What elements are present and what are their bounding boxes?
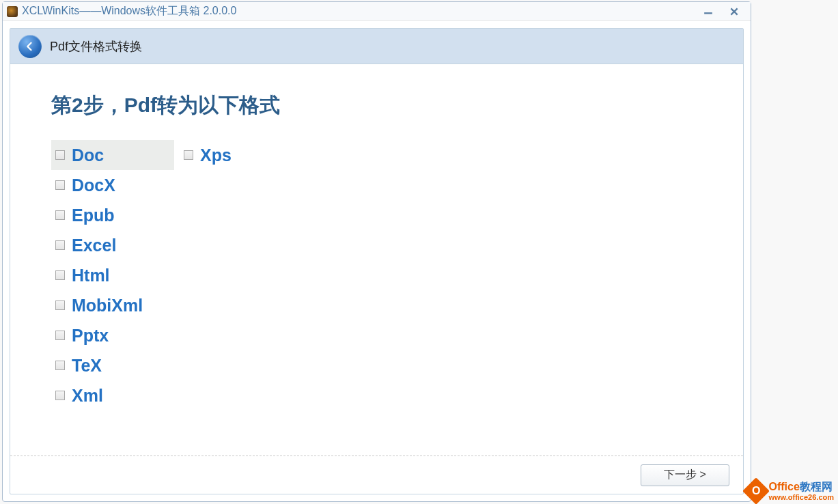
watermark-text: Office教程网 www.office26.com [768,481,834,501]
watermark: O Office教程网 www.office26.com [746,481,838,501]
app-icon [7,6,18,17]
format-label: Doc [72,145,104,165]
format-label: Excel [72,236,116,255]
format-label: MobiXml [72,296,143,316]
checkbox-icon[interactable] [55,331,65,340]
panel-header: Pdf文件格式转换 [10,29,743,64]
checkbox-icon[interactable] [55,391,65,400]
checkbox-icon[interactable] [184,150,193,160]
checkbox-icon[interactable] [55,361,65,370]
format-option-html[interactable]: Html [51,260,174,290]
format-label: Epub [72,206,115,225]
format-grid: Doc DocX Epub Excel [51,140,702,410]
window-title: XCLWinKits——Windows软件工具箱 2.0.0.0 [22,4,701,18]
format-label: Html [72,266,110,285]
checkbox-icon[interactable] [55,240,65,250]
format-label: Pptx [72,326,109,346]
checkbox-icon[interactable] [55,270,65,280]
format-option-excel[interactable]: Excel [51,230,174,260]
checkbox-icon[interactable] [55,300,65,310]
back-arrow-icon [24,40,36,53]
wizard-panel: Pdf文件格式转换 第2步，Pdf转为以下格式 Doc DocX [10,28,744,494]
close-button[interactable] [727,6,741,17]
back-button[interactable] [18,35,42,58]
format-label: Xml [72,386,103,406]
next-button[interactable]: 下一步 > [641,464,729,486]
checkbox-icon[interactable] [55,150,65,160]
app-window: XCLWinKits——Windows软件工具箱 2.0.0.0 Pdf文件格式… [2,1,751,502]
format-option-mobixml[interactable]: MobiXml [51,290,174,320]
minimize-icon [703,7,713,16]
format-label: DocX [72,176,115,195]
titlebar[interactable]: XCLWinKits——Windows软件工具箱 2.0.0.0 [3,2,751,21]
format-option-xps[interactable]: Xps [180,140,303,170]
watermark-brand: Office教程网 [768,481,834,493]
watermark-logo-icon: O [743,477,770,504]
svg-rect-0 [704,12,712,14]
content-outer: Pdf文件格式转换 第2步，Pdf转为以下格式 Doc DocX [3,21,751,501]
format-option-docx[interactable]: DocX [51,170,174,200]
minimize-button[interactable] [701,6,715,17]
watermark-url: www.office26.com [768,493,834,501]
panel-footer: 下一步 > [10,456,743,494]
format-option-epub[interactable]: Epub [51,200,174,230]
panel-body: 第2步，Pdf转为以下格式 Doc DocX Epub [10,64,743,456]
format-label: Xps [200,145,232,165]
step-title: 第2步，Pdf转为以下格式 [51,92,702,120]
format-column-1: Doc DocX Epub Excel [51,140,174,410]
format-label: TeX [72,356,102,376]
window-controls [701,6,746,17]
format-option-doc[interactable]: Doc [51,140,174,170]
panel-header-title: Pdf文件格式转换 [50,38,142,55]
checkbox-icon[interactable] [55,210,65,220]
checkbox-icon[interactable] [55,180,65,190]
format-column-2: Xps [180,140,303,410]
format-option-pptx[interactable]: Pptx [51,320,174,350]
format-option-xml[interactable]: Xml [51,380,174,410]
close-icon [729,7,739,16]
format-option-tex[interactable]: TeX [51,350,174,380]
